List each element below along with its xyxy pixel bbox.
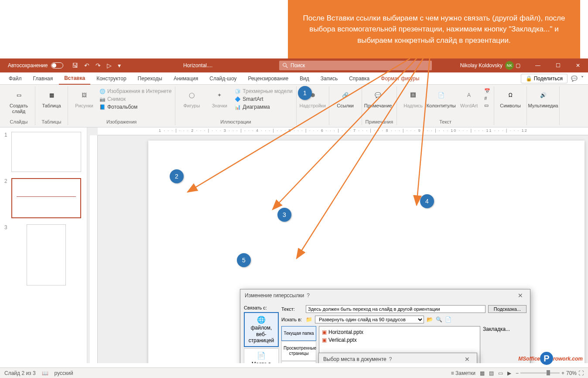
notes-button[interactable]: ≡ Заметки [451,370,475,376]
bookmark-button[interactable]: Закладка... [483,326,526,332]
horizontal-ruler [98,127,588,135]
instruction-callout: После Вставки ссылки выбираем с чем нужн… [288,0,580,58]
hyperlink-dialog: Изменение гиперссылки?✕ Связать с: 🌐файл… [240,289,530,363]
zoom-control[interactable]: − + 70% ⛶ [516,370,584,376]
dialog-help-icon[interactable]: ? [304,292,312,299]
view-reading-icon[interactable]: ▭ [498,370,503,376]
tab-format[interactable]: Формат фигуры [376,73,424,84]
tab-file[interactable]: Файл [3,73,27,84]
svg-point-5 [283,63,287,67]
tab-review[interactable]: Рецензирование [243,73,294,84]
view-sorter-icon[interactable]: ▤ [489,370,494,376]
dialog-help-icon[interactable]: ? [386,356,395,362]
tab-home[interactable]: Главная [28,73,58,84]
icons-button[interactable]: ✦Значки [207,88,232,109]
dialog-close-icon[interactable]: ✕ [515,292,526,299]
online-images-button[interactable]: 🌐 Изображения в Интернете [99,88,171,94]
tab-slideshow[interactable]: Слайд-шоу [204,73,242,84]
folder-icon: 📁 [306,316,312,323]
undo-icon[interactable]: ↶ [84,62,89,69]
zoom-out-icon[interactable]: − [516,370,519,376]
redo-icon[interactable]: ↷ [96,62,101,69]
tab-animations[interactable]: Анимация [168,73,203,84]
tab-browsed-pages[interactable]: Просмотренные страницы [281,341,316,361]
search-box[interactable]: Поиск [279,61,432,70]
start-icon[interactable]: ▷ [107,62,112,69]
comments-icon[interactable]: 💬 [571,76,578,82]
folder-select[interactable]: Развернуть один слайд на 90 градусов [315,316,424,323]
symbols-button[interactable]: ΩСимволы [498,88,523,109]
tab-design[interactable]: Конструктор [91,73,131,84]
save-icon[interactable]: 🖫 [72,62,78,69]
close-icon[interactable]: ✕ [568,58,588,72]
link-to-place[interactable]: 📄Место в документе [244,348,279,363]
thumbnail-2[interactable] [11,178,81,218]
photo-album-button[interactable]: 📘 Фотоальбом [99,104,171,110]
select-place-dialog: Выбор места в документе?✕ Выберите сущес… [318,353,477,363]
spellcheck-icon[interactable]: 📖 [42,370,48,376]
qat-more-icon[interactable]: ▾ [118,62,121,69]
tab-view[interactable]: Вид [294,73,315,84]
shapes-button[interactable]: ◯Фигуры [179,88,204,109]
marker-4: 4 [420,194,434,208]
slide-counter[interactable]: Слайд 2 из 3 [4,370,36,376]
new-slide-button[interactable]: ▭Создать слайд [6,88,31,114]
maximize-icon[interactable]: ☐ [548,58,568,72]
browse-file-icon[interactable]: 📄 [445,316,451,323]
marker-2: 2 [170,169,184,183]
status-bar: Слайд 2 из 3 📖 русский ≡ Заметки ▦ ▤ ▭ ▶… [0,368,588,378]
pictures-button[interactable]: 🖼Рисунки [72,88,97,109]
links-button[interactable]: 🔗Ссылки [333,88,358,109]
autosave-toggle[interactable]: Автосохранение [8,62,63,69]
user-account[interactable]: Nikolay Koldovsky NK [460,61,514,70]
ribbon-tabs: Файл Главная Вставка Конструктор Переход… [0,72,588,85]
comment-button[interactable]: 💬Примечание [366,88,391,109]
vertical-ruler [90,135,98,363]
title-bar: Автосохранение 🖫 ↶ ↷ ▷ ▾ Horizontal.... … [0,58,588,72]
minimize-icon[interactable]: — [528,58,548,72]
collapse-ribbon-icon[interactable]: ˅ [581,76,584,82]
ribbon: ▭Создать слайд Слайды ▦Таблица Таблицы 🖼… [0,85,588,127]
marker-3: 3 [277,208,291,222]
watermark-logo: MSofficeProwork.com [518,352,583,365]
chart-button[interactable]: 📊 Диаграмма [235,104,292,110]
up-folder-icon[interactable]: 📂 [427,316,433,323]
zoom-slider[interactable] [520,372,560,374]
dialog-close-icon[interactable]: ✕ [462,356,472,363]
marker-1: 1 [298,86,312,100]
screentip-button[interactable]: Подсказка... [488,305,526,313]
textbox-button[interactable]: 🅰Надпись [400,88,426,109]
tab-recent-files[interactable]: Последние файлы [281,361,316,363]
screenshot-button[interactable]: 📷 Снимок [99,96,171,102]
wordart-button[interactable]: AWordArt [456,88,482,109]
marker-5: 5 [237,253,251,267]
media-button[interactable]: 🔊Мультимедиа [530,88,556,109]
header-footer-button[interactable]: 📄Колонтитулы [428,88,454,109]
thumbnail-3[interactable] [27,224,66,285]
workspace: 1 2 3 Изменение гиперссылки?✕ Связать с:… [0,127,588,363]
thumbnail-1[interactable] [11,132,81,172]
share-button[interactable]: 🔒 Поделиться [521,74,567,83]
browse-web-icon[interactable]: 🔍 [436,316,442,323]
tab-help[interactable]: Справка [344,73,375,84]
language-button[interactable]: русский [55,370,73,376]
view-normal-icon[interactable]: ▦ [480,370,485,376]
zoom-in-icon[interactable]: + [561,370,564,376]
3d-models-button[interactable]: 🧊 Трехмерные модели [235,88,292,94]
tab-current-folder[interactable]: Текущая папка [281,326,316,341]
view-slideshow-icon[interactable]: ▶ [507,370,511,376]
tab-insert[interactable]: Вставка [59,72,90,85]
fit-icon[interactable]: ⛶ [578,370,584,376]
file-item[interactable]: ▣Horizontal.pptx [321,328,478,336]
file-item[interactable]: ▣Verlical.pptx [321,336,478,344]
table-button[interactable]: ▦Таблица [39,88,64,109]
ribbon-options-icon[interactable]: ▢ [508,58,528,72]
tab-transitions[interactable]: Переходы [133,73,168,84]
smartart-button[interactable]: 🔷 SmartArt [235,96,292,102]
tab-record[interactable]: Запись [315,73,343,84]
svg-line-6 [286,66,288,68]
document-title: Horizontal.... [183,62,212,69]
link-text-input[interactable] [306,305,485,313]
slide-canvas[interactable]: Изменение гиперссылки?✕ Связать с: 🌐файл… [87,127,588,363]
link-to-file[interactable]: 🌐файлом, веб-страницей [244,312,279,347]
